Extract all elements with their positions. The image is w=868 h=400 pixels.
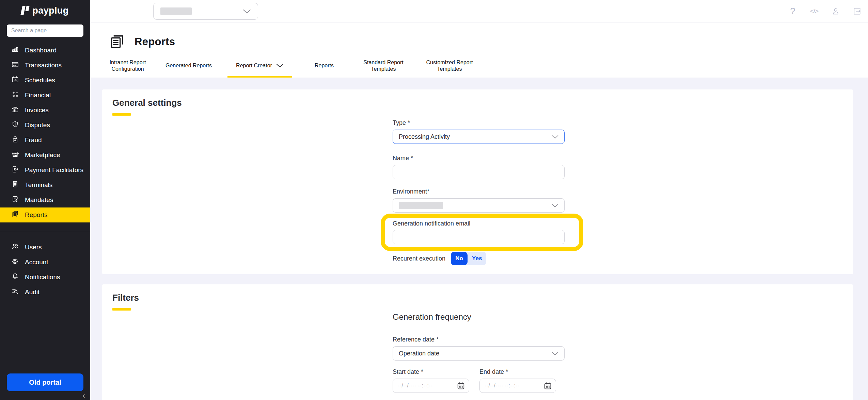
sidebar-item-dashboard[interactable]: Dashboard [0, 43, 90, 58]
sidebar-item-invoices[interactable]: Invoices [0, 103, 90, 118]
name-label: Name * [393, 155, 565, 162]
end-date-input[interactable]: --/--/---- --:--:-- [479, 379, 556, 393]
sidebar-item-label: Schedules [25, 77, 55, 84]
environment-select[interactable] [393, 198, 565, 213]
environment-label: Environment* [393, 188, 565, 195]
sidebar-item-label: Transactions [25, 62, 62, 69]
heading-accent-bar [112, 113, 131, 116]
tab-standard-report-templates[interactable]: Standard Report Templates [356, 58, 411, 78]
reference-date-select[interactable]: Operation date [393, 346, 565, 361]
sidebar-item-account[interactable]: Account [0, 255, 90, 270]
calendar-icon[interactable] [543, 382, 552, 390]
sidebar-item-notifications[interactable]: Notifications [0, 270, 90, 285]
chevron-down-icon [552, 204, 558, 207]
chevron-down-icon [552, 135, 558, 139]
tab-intranet-report-configuration[interactable]: Intranet Report Configuration [106, 58, 150, 78]
end-date-placeholder: --/--/---- --:--:-- [485, 383, 520, 389]
tab-report-creator[interactable]: Report Creator [227, 58, 292, 78]
sidebar-item-label: Reports [25, 211, 48, 219]
sidebar-item-label: Dashboard [25, 47, 57, 54]
help-icon[interactable]: ? [788, 7, 797, 16]
sidebar-item-terminals[interactable]: Terminals [0, 178, 90, 193]
lock-icon [11, 135, 19, 145]
sidebar-item-label: Fraud [25, 136, 42, 144]
notification-email-label: Generation notification email [393, 220, 579, 227]
sidebar-item-label: Account [25, 259, 48, 266]
sidebar-item-label: Mandates [25, 196, 53, 204]
gear-icon [11, 257, 19, 267]
sidebar: payplug Dashboard Transactions Schedules… [0, 0, 90, 400]
old-portal-button[interactable]: Old portal [7, 373, 83, 391]
sidebar-item-mandates[interactable]: Mandates [0, 193, 90, 207]
bar-chart-icon [11, 46, 19, 55]
sidebar-item-reports[interactable]: Reports [0, 207, 90, 222]
logout-icon[interactable] [853, 7, 862, 16]
credit-card-icon [11, 61, 19, 70]
sidebar-collapse-chevron-icon[interactable]: ‹ [79, 391, 88, 400]
sidebar-item-payment-facilitators[interactable]: Payment Facilitators [0, 163, 90, 178]
recurrent-yes-button[interactable]: Yes [468, 252, 486, 265]
notification-email-input[interactable] [393, 230, 565, 244]
phone-euro-icon [11, 165, 19, 175]
report-icon [11, 210, 19, 220]
sidebar-item-disputes[interactable]: Disputes [0, 118, 90, 133]
sidebar-item-transactions[interactable]: Transactions [0, 58, 90, 73]
type-select-value: Processing Activity [399, 133, 450, 140]
sidebar-item-label: Invoices [25, 106, 49, 114]
sidebar-item-financial[interactable]: Financial [0, 88, 90, 103]
sidebar-item-label: Notifications [25, 273, 60, 281]
user-profile-icon[interactable] [831, 7, 840, 16]
reference-date-value: Operation date [399, 350, 439, 357]
general-settings-heading: General settings [112, 98, 182, 108]
audit-search-icon [11, 287, 19, 297]
tab-label: Intranet Report Configuration [106, 59, 150, 72]
topbar-icons: ? </> [788, 0, 862, 22]
bank-icon [11, 105, 19, 115]
redacted-environment-value [399, 202, 443, 209]
payplug-logo-icon [21, 6, 29, 15]
payplug-logo-text: payplug [32, 5, 68, 16]
start-date-placeholder: --/--/---- --:--:-- [398, 383, 433, 389]
search-input[interactable] [7, 24, 83, 37]
heading-accent-bar [112, 308, 131, 311]
sidebar-item-schedules[interactable]: Schedules [0, 73, 90, 88]
type-select[interactable]: Processing Activity [393, 130, 565, 144]
page-header: Reports Intranet Report Configuration Ge… [90, 22, 868, 78]
sidebar-item-label: Users [25, 244, 42, 251]
sidebar-item-marketplace[interactable]: Marketplace [0, 148, 90, 163]
tab-generated-reports[interactable]: Generated Reports [161, 58, 216, 78]
sidebar-divider [0, 231, 90, 231]
filters-panel: Filters Generation frequency Reference d… [102, 284, 853, 400]
recurrent-no-button[interactable]: No [451, 252, 468, 265]
sidebar-item-label: Audit [25, 288, 40, 296]
calendar-arrow-icon [11, 76, 19, 85]
calendar-icon[interactable] [457, 382, 465, 390]
code-icon[interactable]: </> [810, 7, 819, 16]
tab-reports[interactable]: Reports [304, 58, 345, 78]
sidebar-nav: Dashboard Transactions Schedules Financi… [0, 41, 90, 300]
account-selector-dropdown[interactable] [153, 3, 258, 20]
document-seal-icon [11, 195, 19, 205]
reports-page-icon [109, 34, 125, 50]
recurrent-execution-toggle: No Yes [451, 252, 486, 265]
sidebar-item-audit[interactable]: Audit [0, 285, 90, 300]
highlight-annotation-box: Generation notification email [381, 214, 583, 251]
start-date-label: Start date * [393, 368, 469, 376]
sidebar-item-fraud[interactable]: Fraud [0, 133, 90, 148]
name-input[interactable] [393, 165, 565, 179]
reference-date-label: Reference date * [393, 336, 565, 343]
tab-label: Customized Report Templates [422, 59, 477, 72]
sidebar-item-label: Marketplace [25, 151, 60, 159]
sidebar-item-label: Disputes [25, 121, 50, 129]
sidebar-item-users[interactable]: Users [0, 240, 90, 255]
tab-label: Generated Reports [165, 62, 212, 69]
general-settings-panel: General settings Type * Processing Activ… [102, 89, 853, 274]
topbar: ? </> [90, 0, 868, 22]
tab-customized-report-templates[interactable]: Customized Report Templates [422, 58, 477, 78]
storefront-icon [11, 150, 19, 160]
start-date-input[interactable]: --/--/---- --:--:-- [393, 379, 469, 393]
pos-terminal-icon [11, 180, 19, 190]
sidebar-item-label: Financial [25, 91, 51, 99]
users-icon [11, 243, 19, 252]
generation-frequency-subheading: Generation frequency [393, 312, 471, 322]
